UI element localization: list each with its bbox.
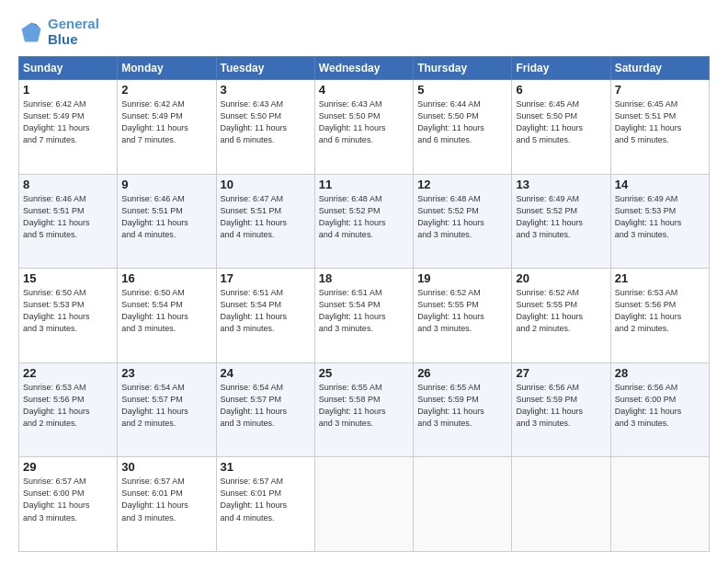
calendar-cell <box>414 457 512 552</box>
calendar-cell: 10Sunrise: 6:47 AM Sunset: 5:51 PM Dayli… <box>216 174 314 269</box>
day-info: Sunrise: 6:51 AM Sunset: 5:54 PM Dayligh… <box>319 287 409 335</box>
calendar-day-header: Monday <box>118 57 216 80</box>
day-number: 9 <box>121 178 211 191</box>
day-info: Sunrise: 6:55 AM Sunset: 5:59 PM Dayligh… <box>417 382 507 430</box>
day-info: Sunrise: 6:43 AM Sunset: 5:50 PM Dayligh… <box>221 98 311 146</box>
calendar-cell: 1Sunrise: 6:42 AM Sunset: 5:49 PM Daylig… <box>19 80 118 175</box>
calendar-cell: 11Sunrise: 6:48 AM Sunset: 5:52 PM Dayli… <box>314 174 413 269</box>
calendar-cell: 18Sunrise: 6:51 AM Sunset: 5:54 PM Dayli… <box>314 269 413 363</box>
calendar-cell: 5Sunrise: 6:44 AM Sunset: 5:50 PM Daylig… <box>414 80 512 175</box>
day-number: 7 <box>615 83 705 97</box>
calendar-day-header: Wednesday <box>314 57 413 80</box>
day-info: Sunrise: 6:42 AM Sunset: 5:49 PM Dayligh… <box>23 98 113 146</box>
day-number: 20 <box>516 271 606 285</box>
calendar-day-header: Saturday <box>610 57 709 80</box>
day-info: Sunrise: 6:52 AM Sunset: 5:55 PM Dayligh… <box>417 287 507 335</box>
calendar-day-header: Thursday <box>414 57 512 80</box>
day-info: Sunrise: 6:57 AM Sunset: 6:00 PM Dayligh… <box>23 476 113 523</box>
day-info: Sunrise: 6:57 AM Sunset: 6:01 PM Dayligh… <box>221 476 311 523</box>
day-info: Sunrise: 6:55 AM Sunset: 5:58 PM Dayligh… <box>319 382 409 430</box>
calendar-cell: 25Sunrise: 6:55 AM Sunset: 5:58 PM Dayli… <box>314 362 413 457</box>
day-number: 29 <box>23 460 113 474</box>
calendar-cell: 9Sunrise: 6:46 AM Sunset: 5:51 PM Daylig… <box>118 174 216 269</box>
day-info: Sunrise: 6:43 AM Sunset: 5:50 PM Dayligh… <box>319 98 409 146</box>
day-number: 30 <box>121 460 211 474</box>
day-info: Sunrise: 6:57 AM Sunset: 6:01 PM Dayligh… <box>121 476 211 523</box>
day-number: 16 <box>121 271 211 285</box>
day-number: 27 <box>516 366 606 380</box>
calendar-cell <box>314 457 413 552</box>
page: General Blue SundayMondayTuesdayWednesda… <box>0 0 728 563</box>
calendar-day-header: Sunday <box>19 57 118 80</box>
calendar-cell: 14Sunrise: 6:49 AM Sunset: 5:53 PM Dayli… <box>610 174 709 269</box>
day-number: 10 <box>221 178 311 191</box>
day-info: Sunrise: 6:50 AM Sunset: 5:53 PM Dayligh… <box>23 287 113 335</box>
day-info: Sunrise: 6:56 AM Sunset: 5:59 PM Dayligh… <box>516 382 606 430</box>
day-number: 6 <box>516 83 606 97</box>
svg-marker-0 <box>22 22 41 41</box>
calendar-cell: 29Sunrise: 6:57 AM Sunset: 6:00 PM Dayli… <box>19 457 118 552</box>
day-info: Sunrise: 6:44 AM Sunset: 5:50 PM Dayligh… <box>417 98 507 146</box>
day-info: Sunrise: 6:51 AM Sunset: 5:54 PM Dayligh… <box>221 287 311 335</box>
calendar-cell: 2Sunrise: 6:42 AM Sunset: 5:49 PM Daylig… <box>118 80 216 175</box>
calendar-cell: 15Sunrise: 6:50 AM Sunset: 5:53 PM Dayli… <box>19 269 118 363</box>
day-info: Sunrise: 6:56 AM Sunset: 6:00 PM Dayligh… <box>615 382 705 430</box>
day-number: 14 <box>615 178 705 191</box>
day-info: Sunrise: 6:47 AM Sunset: 5:51 PM Dayligh… <box>221 193 311 241</box>
day-info: Sunrise: 6:48 AM Sunset: 5:52 PM Dayligh… <box>319 193 409 241</box>
day-number: 25 <box>319 366 409 380</box>
day-info: Sunrise: 6:53 AM Sunset: 5:56 PM Dayligh… <box>23 382 113 430</box>
calendar-cell <box>610 457 709 552</box>
day-number: 26 <box>417 366 507 380</box>
calendar-cell: 21Sunrise: 6:53 AM Sunset: 5:56 PM Dayli… <box>610 269 709 363</box>
calendar-cell: 17Sunrise: 6:51 AM Sunset: 5:54 PM Dayli… <box>216 269 314 363</box>
day-number: 23 <box>121 366 211 380</box>
day-number: 1 <box>23 83 113 97</box>
day-number: 21 <box>615 271 705 285</box>
day-info: Sunrise: 6:45 AM Sunset: 5:50 PM Dayligh… <box>516 98 606 146</box>
day-info: Sunrise: 6:53 AM Sunset: 5:56 PM Dayligh… <box>615 287 705 335</box>
day-number: 8 <box>23 178 113 191</box>
calendar-table: SundayMondayTuesdayWednesdayThursdayFrid… <box>18 56 710 552</box>
calendar-cell: 13Sunrise: 6:49 AM Sunset: 5:52 PM Dayli… <box>512 174 610 269</box>
day-info: Sunrise: 6:54 AM Sunset: 5:57 PM Dayligh… <box>221 382 311 430</box>
day-info: Sunrise: 6:45 AM Sunset: 5:51 PM Dayligh… <box>615 98 705 146</box>
day-info: Sunrise: 6:42 AM Sunset: 5:49 PM Dayligh… <box>121 98 211 146</box>
calendar-week-row: 1Sunrise: 6:42 AM Sunset: 5:49 PM Daylig… <box>19 80 710 175</box>
day-info: Sunrise: 6:52 AM Sunset: 5:55 PM Dayligh… <box>516 287 606 335</box>
day-number: 3 <box>221 83 311 97</box>
calendar-week-row: 15Sunrise: 6:50 AM Sunset: 5:53 PM Dayli… <box>19 269 710 363</box>
day-number: 19 <box>417 271 507 285</box>
logo-text: General Blue <box>48 17 99 47</box>
calendar-cell: 24Sunrise: 6:54 AM Sunset: 5:57 PM Dayli… <box>216 362 314 457</box>
day-info: Sunrise: 6:46 AM Sunset: 5:51 PM Dayligh… <box>121 193 211 241</box>
calendar-cell: 26Sunrise: 6:55 AM Sunset: 5:59 PM Dayli… <box>414 362 512 457</box>
calendar-cell: 20Sunrise: 6:52 AM Sunset: 5:55 PM Dayli… <box>512 269 610 363</box>
day-info: Sunrise: 6:50 AM Sunset: 5:54 PM Dayligh… <box>121 287 211 335</box>
calendar-day-header: Tuesday <box>216 57 314 80</box>
calendar-week-row: 29Sunrise: 6:57 AM Sunset: 6:00 PM Dayli… <box>19 457 710 552</box>
day-info: Sunrise: 6:49 AM Sunset: 5:52 PM Dayligh… <box>516 193 606 241</box>
calendar-cell: 4Sunrise: 6:43 AM Sunset: 5:50 PM Daylig… <box>314 80 413 175</box>
day-number: 13 <box>516 178 606 191</box>
day-number: 22 <box>23 366 113 380</box>
day-number: 5 <box>417 83 507 97</box>
day-number: 31 <box>221 460 311 474</box>
header: General Blue <box>18 17 710 47</box>
calendar-header-row: SundayMondayTuesdayWednesdayThursdayFrid… <box>19 57 710 80</box>
day-info: Sunrise: 6:49 AM Sunset: 5:53 PM Dayligh… <box>615 193 705 241</box>
calendar-cell: 30Sunrise: 6:57 AM Sunset: 6:01 PM Dayli… <box>118 457 216 552</box>
logo-icon <box>18 19 44 45</box>
day-number: 15 <box>23 271 113 285</box>
calendar-cell: 16Sunrise: 6:50 AM Sunset: 5:54 PM Dayli… <box>118 269 216 363</box>
calendar-day-header: Friday <box>512 57 610 80</box>
calendar-cell: 23Sunrise: 6:54 AM Sunset: 5:57 PM Dayli… <box>118 362 216 457</box>
day-number: 4 <box>319 83 409 97</box>
day-number: 12 <box>417 178 507 191</box>
day-number: 24 <box>221 366 311 380</box>
day-number: 18 <box>319 271 409 285</box>
day-number: 28 <box>615 366 705 380</box>
day-number: 17 <box>221 271 311 285</box>
calendar-week-row: 8Sunrise: 6:46 AM Sunset: 5:51 PM Daylig… <box>19 174 710 269</box>
day-number: 2 <box>121 83 211 97</box>
